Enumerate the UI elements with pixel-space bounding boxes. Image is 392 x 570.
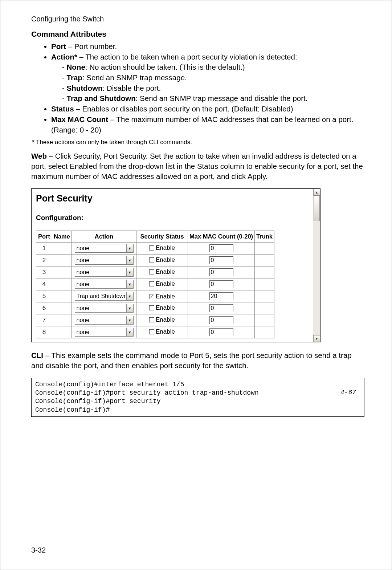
action-select[interactable]: none▼ [75,244,134,253]
action-trap-desc: : Send an SNMP trap message. [82,73,187,82]
enable-checkbox[interactable] [149,281,154,286]
scrollbar[interactable]: ▲ ▼ [313,189,320,342]
mac-count-input[interactable] [209,256,233,264]
cell-name [52,255,72,266]
action-none-label: None [67,63,85,71]
dropdown-arrow-icon[interactable]: ▼ [126,280,133,288]
cell-trunk [255,243,274,255]
mac-count-input[interactable] [209,244,233,252]
enable-checkbox[interactable]: ✓ [149,294,154,299]
action-shutdown: Shutdown: Disable the port. [62,83,364,94]
cell-trunk [255,326,274,338]
mac-count-input[interactable] [209,304,233,312]
cell-status: Enable [136,326,188,338]
cell-mac [188,243,255,255]
cell-name [52,290,72,302]
web-label: Web [31,152,47,160]
enable-label: Enable [156,244,175,252]
action-select[interactable]: none▼ [75,304,134,313]
dropdown-arrow-icon[interactable]: ▼ [126,328,133,336]
attr-action-desc: – The action to be taken when a port sec… [77,53,297,61]
enable-checkbox[interactable] [149,317,154,322]
action-trap-shutdown: Trap and Shutdown: Send an SNMP trap mes… [62,93,364,104]
cell-name [52,266,72,278]
action-select-value: Trap and Shutdown [75,293,126,300]
th-trunk: Trunk [255,231,274,243]
action-shutdown-label: Shutdown [67,84,103,92]
cli-label: CLI [31,351,43,359]
action-select[interactable]: none▼ [75,316,134,325]
cell-name [52,243,72,255]
cell-mac [188,326,255,338]
action-select-value: none [75,317,126,323]
table-row: 7none▼Enable [36,314,274,326]
th-name: Name [52,231,72,243]
config-table: Port Name Action Security Status Max MAC… [36,231,274,338]
cell-status: Enable [136,314,188,326]
scroll-up-button[interactable]: ▲ [313,189,320,196]
action-shutdown-desc: : Disable the port. [103,84,161,92]
attr-port-desc: – Port number. [66,42,117,50]
footnote: * These actions can only be taken throug… [32,139,364,146]
mac-count-input[interactable] [209,280,233,288]
action-select[interactable]: none▼ [75,268,134,277]
action-select[interactable]: none▼ [75,256,134,265]
mac-count-input[interactable] [209,316,233,324]
scroll-track[interactable] [313,196,320,335]
cell-port: 7 [36,314,52,326]
cell-name [52,314,72,326]
table-row: 8none▼Enable [36,326,274,338]
page-number: 3-32 [31,546,46,554]
cell-name [52,326,72,338]
cell-port: 4 [36,278,52,290]
cli-commands: Console(config)#interface ethernet 1/5 C… [35,380,340,415]
table-row: 3none▼Enable [36,266,274,278]
action-select[interactable]: Trap and Shutdown▼ [75,292,134,301]
dropdown-arrow-icon[interactable]: ▼ [126,256,133,264]
cell-port: 5 [36,290,52,302]
action-ts-label: Trap and Shutdown [67,94,136,102]
enable-label: Enable [156,280,175,288]
mac-count-input[interactable] [209,328,233,336]
cli-box: Console(config)#interface ethernet 1/5 C… [31,378,364,417]
mac-count-input[interactable] [209,268,233,276]
cell-action: none▼ [72,314,136,326]
web-desc: – Click Security, Port Security. Set the… [31,152,363,180]
scroll-down-button[interactable]: ▼ [313,335,320,342]
th-action: Action [72,231,136,243]
action-select[interactable]: none▼ [75,280,134,289]
port-security-panel: Port Security Configuration: Port Name A… [31,188,320,342]
table-row: 4none▼Enable [36,278,274,290]
cell-action: Trap and Shutdown▼ [72,290,136,302]
enable-checkbox[interactable] [149,257,154,262]
cell-port: 1 [36,243,52,255]
dropdown-arrow-icon[interactable]: ▼ [126,304,133,312]
action-select-value: none [75,245,126,252]
cell-port: 6 [36,302,52,314]
action-select[interactable]: none▼ [75,328,134,337]
dropdown-arrow-icon[interactable]: ▼ [126,244,133,252]
cell-mac [188,266,255,278]
enable-checkbox[interactable] [149,269,154,274]
cell-mac [188,290,255,302]
cell-name [52,302,72,314]
scroll-thumb[interactable] [314,196,320,221]
dropdown-arrow-icon[interactable]: ▼ [126,268,133,276]
section-title: Command Attributes [31,30,364,38]
cell-status: ✓Enable [136,290,188,302]
dropdown-arrow-icon[interactable]: ▼ [126,292,133,300]
enable-checkbox[interactable] [149,305,154,310]
cell-trunk [255,290,274,302]
mac-count-input[interactable] [209,292,233,300]
enable-label: Enable [156,304,175,312]
running-header: Configuring the Switch [31,15,364,23]
dropdown-arrow-icon[interactable]: ▼ [126,316,133,324]
cell-action: none▼ [72,266,136,278]
attr-port-label: Port [51,42,66,50]
enable-checkbox[interactable] [149,245,154,251]
attribute-list: Port – Port number. Action* – The action… [31,41,364,135]
cell-trunk [255,314,274,326]
enable-checkbox[interactable] [149,329,154,334]
cell-status: Enable [136,243,188,255]
panel-subtitle: Configuration: [36,214,309,222]
